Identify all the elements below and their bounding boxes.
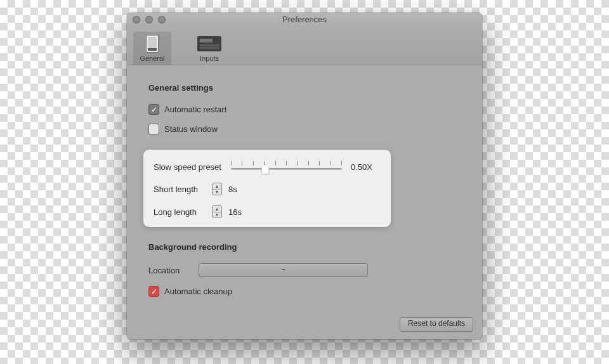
- titlebar[interactable]: Preferences: [127, 13, 482, 27]
- slow-speed-value: 0.50X: [351, 162, 372, 172]
- location-label: Location: [148, 266, 180, 275]
- speed-card: Slow speed preset 0.50X Short length ▲ ▼: [143, 150, 391, 227]
- long-length-label: Long length: [154, 207, 212, 217]
- short-length-value: 8s: [228, 185, 237, 194]
- slider-thumb-icon[interactable]: [261, 164, 270, 174]
- chevron-down-icon[interactable]: ▼: [213, 190, 221, 195]
- preferences-window: Preferences General Inputs General setti…: [127, 13, 482, 339]
- tab-general[interactable]: General: [133, 32, 171, 65]
- tab-general-label: General: [133, 55, 171, 62]
- auto-restart-checkbox[interactable]: ✓: [148, 104, 159, 115]
- auto-restart-label: Automatic restart: [164, 105, 226, 114]
- general-icon: [146, 35, 159, 53]
- short-length-stepper[interactable]: ▲ ▼: [212, 183, 222, 195]
- location-button[interactable]: ~: [199, 263, 368, 277]
- inputs-icon: [197, 36, 221, 51]
- long-length-value: 16s: [228, 207, 242, 217]
- chevron-up-icon[interactable]: ▲: [213, 183, 221, 190]
- auto-cleanup-label: Automatic cleanup: [164, 287, 232, 296]
- window-title: Preferences: [127, 15, 482, 24]
- status-window-checkbox[interactable]: [148, 124, 159, 134]
- short-length-label: Short length: [154, 185, 212, 194]
- tab-inputs-label: Inputs: [190, 55, 228, 62]
- background-heading: Background recording: [148, 242, 461, 252]
- general-heading: General settings: [148, 83, 461, 93]
- auto-cleanup-checkbox[interactable]: ✓: [148, 286, 159, 297]
- slow-speed-slider[interactable]: [231, 161, 342, 172]
- chevron-up-icon[interactable]: ▲: [213, 206, 221, 212]
- tab-inputs[interactable]: Inputs: [190, 32, 228, 65]
- slow-speed-label: Slow speed preset: [154, 162, 231, 172]
- long-length-stepper[interactable]: ▲ ▼: [212, 205, 222, 218]
- status-window-label: Status window: [164, 124, 218, 134]
- toolbar: General Inputs: [127, 27, 482, 65]
- chevron-down-icon[interactable]: ▼: [213, 212, 221, 218]
- reset-button[interactable]: Reset to defaults: [400, 317, 473, 332]
